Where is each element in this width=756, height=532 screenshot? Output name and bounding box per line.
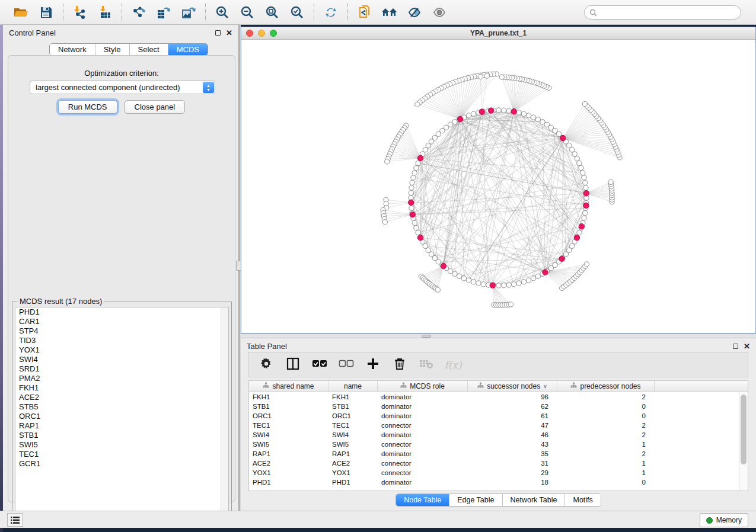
save-button[interactable] (36, 3, 57, 22)
column-header-successor-nodes[interactable]: successor nodes∨ (468, 381, 557, 392)
mcds-result-item[interactable]: SWI4 (15, 355, 228, 364)
table-cell[interactable]: 61 (468, 411, 557, 421)
table-cell[interactable]: connector (378, 468, 468, 477)
deselect-all-button[interactable] (339, 358, 353, 372)
table-cell[interactable]: dominator (378, 477, 468, 487)
export-network-button[interactable] (128, 3, 149, 22)
show-panels-button[interactable] (7, 513, 23, 527)
settings-gear-button[interactable] (259, 358, 273, 372)
hide-selected-button[interactable] (404, 3, 425, 22)
tab-mcds[interactable]: MCDS (168, 44, 208, 55)
tab-motifs[interactable]: Motifs (565, 494, 600, 506)
tab-network[interactable]: Network (50, 44, 95, 55)
network-view-canvas[interactable] (241, 40, 755, 333)
table-cell[interactable]: dominator (378, 411, 468, 421)
mcds-result-item[interactable]: CAR1 (15, 317, 228, 326)
table-cell[interactable]: dominator (378, 402, 468, 411)
table-row[interactable]: ACE2ACE2connector311 (249, 459, 739, 468)
float-table-panel-icon[interactable] (733, 344, 738, 349)
table-cell[interactable]: 1 (557, 459, 655, 468)
table-cell[interactable]: 47 (468, 421, 557, 430)
window-close-icon[interactable] (246, 30, 253, 37)
table-row[interactable]: FKH1FKH1dominator962 (249, 392, 739, 402)
table-cell[interactable]: STB1 (249, 402, 328, 411)
window-minimize-icon[interactable] (258, 30, 265, 37)
refresh-button[interactable] (320, 3, 342, 22)
memory-button[interactable]: Memory (700, 513, 748, 527)
table-row[interactable]: TEC1TEC1connector472 (249, 421, 739, 430)
folder-open-button[interactable] (11, 3, 32, 22)
mcds-result-item[interactable]: RAP1 (15, 421, 228, 431)
mcds-result-item[interactable]: SWI5 (15, 440, 228, 450)
import-network-button[interactable] (69, 3, 91, 22)
table-cell[interactable]: 62 (468, 402, 557, 411)
table-cell[interactable]: YOX1 (249, 468, 328, 477)
table-cell[interactable]: SWI4 (328, 430, 378, 440)
table-row[interactable]: PHD1PHD1dominator180 (249, 477, 739, 487)
table-cell[interactable]: 0 (557, 477, 655, 487)
select-all-button[interactable] (312, 358, 327, 372)
table-cell[interactable]: ORC1 (249, 411, 328, 421)
table-cell[interactable]: PHD1 (249, 477, 328, 487)
table-row[interactable]: SWI5SWI5connector431 (249, 440, 739, 449)
horizontal-splitter[interactable] (241, 334, 756, 338)
table-cell[interactable]: ACE2 (249, 459, 328, 468)
table-cell[interactable]: RAP1 (249, 449, 328, 459)
close-panel-button[interactable]: Close panel (125, 100, 186, 114)
table-cell[interactable]: 29 (468, 468, 557, 477)
table-cell[interactable]: 43 (468, 440, 557, 449)
zoom-out-button[interactable] (237, 3, 258, 22)
table-cell[interactable]: PHD1 (328, 477, 378, 487)
mcds-result-item[interactable]: STB5 (15, 402, 228, 412)
table-row[interactable]: STB1STB1dominator620 (249, 402, 739, 411)
first-neighbors-button[interactable] (379, 3, 400, 22)
close-panel-icon[interactable]: ✕ (226, 30, 232, 36)
table-cell[interactable]: 0 (557, 411, 655, 421)
table-cell[interactable]: 1 (557, 440, 655, 449)
table-cell[interactable]: connector (378, 421, 468, 430)
zoom-in-button[interactable] (212, 3, 233, 22)
zoom-selected-button[interactable] (286, 3, 308, 22)
table-cell[interactable]: FKH1 (249, 392, 328, 402)
mcds-result-item[interactable]: STP4 (15, 326, 228, 336)
search-input[interactable] (600, 8, 736, 17)
table-cell[interactable]: TEC1 (249, 421, 328, 430)
table-row[interactable]: YOX1YOX1connector291 (249, 468, 739, 477)
table-cell[interactable]: dominator (378, 449, 468, 459)
table-scrollbar[interactable] (739, 392, 748, 491)
table-cell[interactable]: connector (378, 459, 468, 468)
table-cell[interactable]: RAP1 (328, 449, 378, 459)
mcds-result-item[interactable]: TID3 (15, 336, 228, 345)
optimization-criterion-select[interactable]: largest connected component (undirected)… (30, 81, 215, 94)
table-cell[interactable]: STB1 (328, 402, 378, 411)
table-cell[interactable]: 35 (468, 449, 557, 459)
mcds-result-item[interactable]: TEC1 (15, 450, 228, 459)
tab-edge-table[interactable]: Edge Table (449, 494, 502, 506)
mcds-result-item[interactable]: ORC1 (15, 412, 228, 421)
zoom-fit-button[interactable] (261, 3, 283, 22)
table-cell[interactable]: 18 (468, 477, 557, 487)
tab-style[interactable]: Style (95, 44, 130, 55)
column-header-name[interactable]: name (328, 381, 378, 392)
table-cell[interactable]: TEC1 (328, 421, 378, 430)
network-window-titlebar[interactable]: YPA_prune.txt_1 (241, 27, 755, 40)
table-cell[interactable]: ORC1 (328, 411, 378, 421)
column-header-shared-name[interactable]: shared name (249, 381, 328, 392)
delete-column-button[interactable] (393, 358, 407, 372)
export-image-button[interactable] (178, 3, 199, 22)
window-zoom-icon[interactable] (270, 30, 277, 37)
table-cell[interactable]: 2 (557, 392, 655, 402)
tab-select[interactable]: Select (130, 44, 168, 55)
import-table-button[interactable] (94, 3, 116, 22)
tab-node-table[interactable]: Node Table (396, 494, 449, 506)
export-table-button[interactable] (153, 3, 174, 22)
column-header-predecessor-nodes[interactable]: predecessor nodes (557, 381, 655, 392)
table-cell[interactable]: 2 (557, 430, 655, 440)
horizontal-splitter-handle[interactable] (422, 335, 431, 338)
column-header-MCDS-role[interactable]: MCDS role (378, 381, 468, 392)
mcds-result-item[interactable]: SRD1 (15, 364, 228, 374)
table-cell[interactable]: 96 (468, 392, 557, 402)
mcds-result-item[interactable]: STB1 (15, 431, 228, 440)
mcds-result-item[interactable]: PMA2 (15, 374, 228, 383)
table-cell[interactable]: YOX1 (328, 468, 378, 477)
